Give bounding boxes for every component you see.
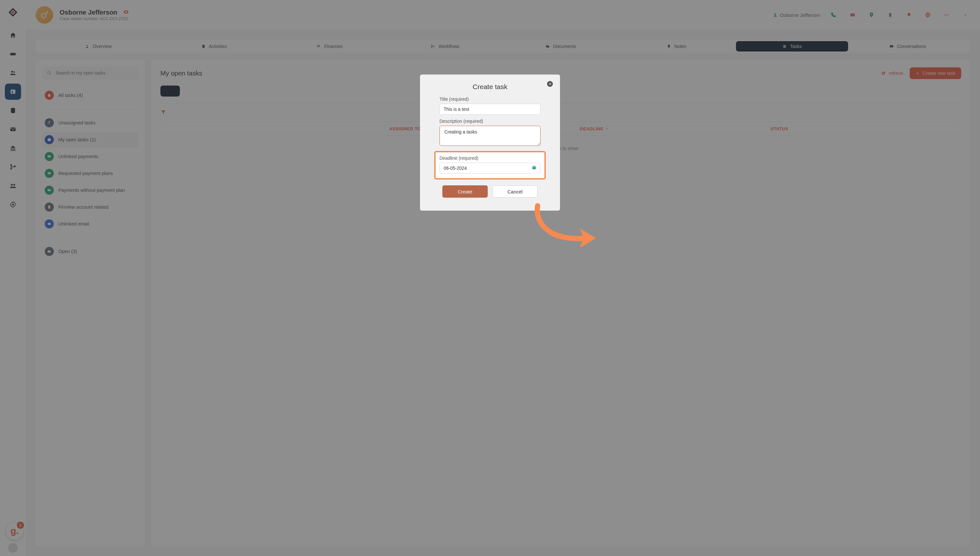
- svg-rect-52: [532, 166, 536, 167]
- modal-title: Create task: [420, 83, 560, 91]
- description-label: Description (required): [440, 119, 540, 124]
- create-task-modal: Create task ✕ Title (required) Descripti…: [420, 74, 560, 211]
- cancel-button[interactable]: Cancel: [492, 185, 538, 198]
- annotation-arrow: [531, 201, 599, 253]
- modal-overlay[interactable]: Create task ✕ Title (required) Descripti…: [0, 0, 980, 556]
- deadline-input[interactable]: [440, 163, 540, 174]
- title-input[interactable]: [440, 104, 540, 115]
- deadline-label: Deadline (required): [440, 155, 540, 161]
- svg-rect-53: [533, 166, 534, 166]
- deadline-highlight: Deadline (required): [434, 151, 546, 179]
- svg-rect-54: [535, 166, 535, 166]
- title-label: Title (required): [440, 97, 540, 102]
- calendar-icon[interactable]: [532, 165, 537, 171]
- create-button[interactable]: Create: [442, 185, 488, 198]
- modal-close-button[interactable]: ✕: [547, 81, 553, 87]
- description-input[interactable]: [440, 126, 540, 146]
